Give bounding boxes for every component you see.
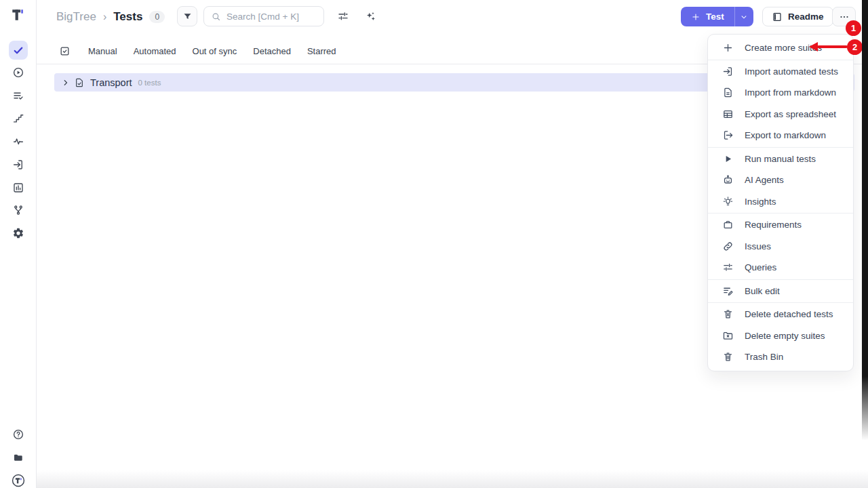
menu-item-insights[interactable]: Insights [708,191,853,213]
menu-item-export-to-markdown[interactable]: Export to markdown [708,125,853,146]
list-edit-icon [722,285,734,297]
help-icon [12,428,24,441]
menu-item-queries[interactable]: Queries [708,257,853,279]
filter-tabs: ManualAutomatedOut of syncDetachedStarre… [88,38,336,64]
menu-item-label: Import automated tests [745,66,838,77]
sliders-icon [337,10,349,22]
annotation-arrow-head [809,42,818,52]
tests-count-badge: 0 [149,11,165,23]
page-title: Tests [113,10,142,24]
tab-automated[interactable]: Automated [134,46,176,56]
sidebar-item-account[interactable] [9,471,28,488]
menu-item-delete-empty-suites[interactable]: Delete empty suites [708,325,853,347]
plus-icon [691,12,701,22]
select-all-icon [59,45,71,57]
filter-button[interactable] [177,6,197,26]
menu-item-delete-detached-tests[interactable]: Delete detached tests [708,304,853,325]
tab-out-of-sync[interactable]: Out of sync [193,46,237,56]
suite-file-icon [74,77,85,88]
menu-item-trash-bin[interactable]: Trash Bin [708,346,853,368]
tab-manual[interactable]: Manual [88,46,117,56]
sparkles-icon [364,10,377,23]
menu-item-label: Queries [745,262,776,272]
gear-icon [12,227,24,239]
readme-label: Readme [788,12,824,22]
sidebar-item-plans[interactable] [9,86,28,105]
table-icon [722,108,734,120]
screen-edge-strip [862,0,868,488]
menu-divider [708,147,853,148]
check-icon [12,44,24,56]
bottom-fade [37,470,868,488]
sidebar-item-branches[interactable] [9,201,28,220]
search-box[interactable] [203,6,324,26]
funnel-icon [182,12,193,22]
robot-icon [722,174,734,186]
menu-item-label: Import from markdown [745,87,836,98]
suite-test-count: 0 tests [138,79,161,87]
trash-x-icon [722,308,734,320]
sidebar-item-settings[interactable] [9,224,28,243]
create-test-button[interactable]: Test [681,7,753,26]
sidebar-item-help[interactable] [9,425,28,444]
file-text-icon [722,87,734,98]
suite-name[interactable]: Transport [90,77,132,88]
sidebar-item-pulse[interactable] [9,132,28,151]
search-input[interactable] [226,12,315,22]
menu-divider [708,302,853,303]
menu-item-requirements[interactable]: Requirements [708,214,853,236]
view-settings-button[interactable] [335,8,351,24]
sidebar-item-tests[interactable] [9,41,28,60]
menu-divider [708,279,853,280]
select-all-button[interactable] [57,43,72,58]
bar-chart-box-icon [12,182,24,194]
annotation-step-2-badge: 2 [847,39,863,55]
menu-item-bulk-edit[interactable]: Bulk edit [708,281,853,302]
play-circle-icon [12,66,24,79]
chevron-right-icon[interactable] [62,79,70,87]
menu-item-export-as-spreadsheet[interactable]: Export as spreadsheet [708,104,853,125]
sidebar-item-import[interactable] [9,155,28,174]
sidebar-item-analytics[interactable] [9,178,28,197]
sidebar-item-runs[interactable] [9,63,28,82]
menu-item-label: Export as spreadsheet [745,109,836,119]
menu-item-import-automated-tests[interactable]: Import automated tests [708,61,853,83]
create-test-dropdown[interactable] [735,7,753,26]
readme-button[interactable]: Readme [762,7,833,26]
chevron-down-icon [739,12,749,22]
briefcase-icon [722,219,734,230]
menu-item-label: Requirements [745,220,802,230]
tab-starred[interactable]: Starred [307,46,336,56]
menu-item-issues[interactable]: Issues [708,236,853,258]
activity-icon [12,136,24,148]
more-actions-menu: Create more suitesImport automated tests… [707,34,854,371]
ai-sparkles-button[interactable] [362,8,378,24]
readme-icon [772,12,783,22]
search-icon [211,12,221,22]
import-icon [722,66,734,77]
menu-item-label: Insights [745,197,776,207]
breadcrumb: BigTree › Tests 0 [56,7,165,26]
app-window: BigTree › Tests 0 Test Readme [0,0,868,488]
breadcrumb-separator: › [103,11,106,23]
annotation-step-1-badge: 1 [846,20,861,36]
sidebar-item-documentation[interactable] [9,448,28,467]
create-test-label: Test [706,12,724,22]
breadcrumb-project[interactable]: BigTree [56,10,96,24]
import-icon [12,159,24,171]
menu-item-import-from-markdown[interactable]: Import from markdown [708,82,853,104]
link-icon [722,241,734,252]
ellipsis-icon [838,11,850,23]
menu-item-label: Issues [745,241,771,251]
menu-item-run-manual-tests[interactable]: Run manual tests [708,148,853,170]
sidebar-item-steps[interactable] [9,109,28,128]
menu-item-label: Run manual tests [745,154,816,164]
export-icon [722,129,734,141]
menu-divider [708,213,853,214]
list-check-icon [12,89,24,102]
docs-icon [12,451,24,464]
play-icon [722,153,734,165]
tab-detached[interactable]: Detached [253,46,291,56]
testomat-logo-icon[interactable] [11,7,26,22]
menu-item-ai-agents[interactable]: AI Agents [708,169,853,191]
